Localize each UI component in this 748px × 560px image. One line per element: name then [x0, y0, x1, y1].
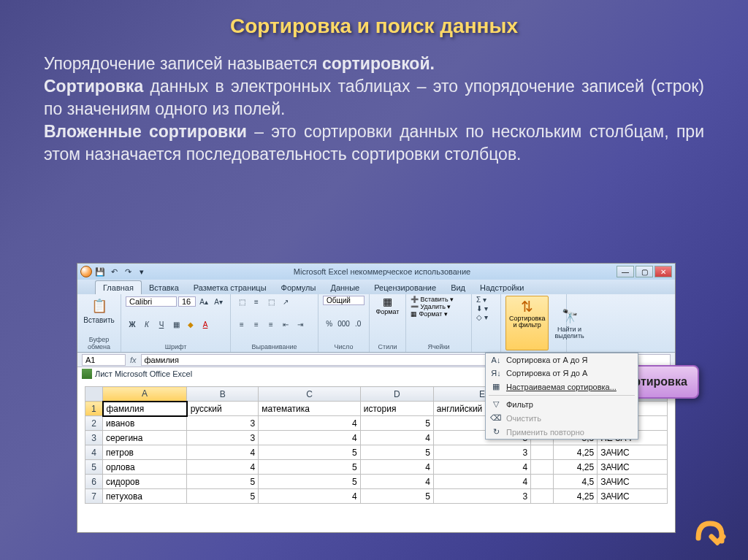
percent-icon[interactable]: % [323, 318, 336, 329]
shrink-font-icon[interactable]: A▾ [212, 296, 225, 307]
cell-A1[interactable]: фамилия [103, 402, 187, 416]
align-left-icon[interactable]: ≡ [235, 319, 248, 331]
dd-custom-sort[interactable]: ▦Настраиваемая сортировка... [486, 380, 638, 394]
underline-button[interactable]: Ч [155, 319, 168, 331]
dd-filter[interactable]: ▽Фильтр [486, 397, 638, 411]
tab-layout[interactable]: Разметка страницы [186, 281, 274, 294]
comma-icon[interactable]: 000 [337, 318, 351, 329]
group-cells: Ячейки [411, 343, 467, 350]
save-icon[interactable]: 💾 [94, 266, 106, 277]
dd-reapply: ↻Применить повторно [486, 425, 638, 439]
cond-format-icon[interactable]: ▦ [383, 296, 392, 307]
row-1-hdr[interactable]: 1 [85, 402, 103, 416]
group-clipboard: Буфер обмена [82, 336, 116, 350]
table-row: 7петухова54534,25ЗАЧИС [85, 489, 668, 504]
find-button[interactable]: 🔭 Найти и выделить [552, 296, 587, 350]
dd-clear: ⌫Очистить [486, 411, 638, 425]
clear-filter-icon: ⌫ [490, 413, 502, 423]
number-format-select[interactable]: Общий [323, 296, 365, 305]
ribbon: 📋 Вставить Буфер обмена Calibri 16 A▴ A▾… [77, 294, 675, 353]
ribbon-tabs: Главная Вставка Разметка страницы Формул… [77, 280, 675, 294]
font-color-icon[interactable]: A [199, 319, 212, 331]
cell-B1[interactable]: русский [187, 402, 259, 416]
clipboard-icon: 📋 [91, 297, 108, 315]
cells-insert-button[interactable]: ➕ Вставить ▾ [411, 296, 467, 303]
group-number: Число [323, 343, 365, 350]
tab-review[interactable]: Рецензирование [367, 281, 443, 294]
maximize-button[interactable]: ▢ [636, 266, 653, 277]
tab-home[interactable]: Главная [95, 280, 142, 294]
align-center-icon[interactable]: ≡ [250, 319, 263, 331]
tab-insert[interactable]: Вставка [142, 281, 186, 294]
col-A[interactable]: A [103, 387, 187, 402]
sort-filter-icon: ⇅ [521, 298, 533, 315]
select-all-corner[interactable] [85, 387, 103, 402]
fill-color-icon[interactable]: ◆ [184, 319, 197, 331]
tab-addins[interactable]: Надстройки [473, 281, 531, 294]
align-mid-icon[interactable]: ≡ [250, 296, 263, 307]
minimize-button[interactable]: — [617, 266, 634, 277]
cell-D1[interactable]: история [360, 402, 433, 416]
font-name-select[interactable]: Calibri [126, 296, 177, 307]
p1a: Упорядочение записей называется [44, 54, 322, 73]
clear-icon[interactable]: ◇ ▾ [476, 313, 496, 321]
cell-C1[interactable]: математика [259, 402, 361, 416]
sort-dropdown: A↓Сортировка от А до Я Я↓Сортировка от Я… [485, 353, 638, 440]
close-button[interactable]: ✕ [654, 266, 672, 277]
indent-inc-icon[interactable]: ⇥ [294, 319, 307, 331]
align-top-icon[interactable]: ⬚ [235, 296, 248, 307]
paste-button[interactable]: 📋 Вставить [82, 296, 116, 326]
inc-dec-icon[interactable]: .0 [352, 318, 365, 329]
workbook-title: Лист Microsoft Office Excel [82, 369, 192, 379]
slide-title: Сортировка и поиск данных [0, 0, 748, 38]
titlebar: 💾 ↶ ↷ ▾ Microsoft Excel некоммерческое и… [77, 264, 675, 280]
italic-button[interactable]: К [140, 319, 153, 331]
border-icon[interactable]: ▦ [169, 319, 183, 331]
redo-icon[interactable]: ↷ [122, 266, 134, 277]
u-turn-arrow-icon [690, 516, 726, 545]
format-label: Формат [376, 308, 400, 315]
tab-formulas[interactable]: Формулы [274, 281, 324, 294]
bold-button[interactable]: Ж [126, 319, 139, 331]
cells-format-button[interactable]: ▦ Формат ▾ [411, 310, 467, 318]
slide-body: Упорядочение записей называется сортиров… [0, 38, 748, 173]
col-B[interactable]: B [187, 387, 259, 402]
back-arrow-button[interactable] [690, 516, 726, 545]
window-title: Microsoft Excel некоммерческое использов… [150, 267, 614, 276]
cells-delete-button[interactable]: ➖ Удалить ▾ [411, 303, 467, 310]
office-orb-icon[interactable] [80, 266, 92, 277]
autosum-icon[interactable]: Σ ▾ [476, 296, 496, 304]
dd-sort-za[interactable]: Я↓Сортировка от Я до А [486, 367, 638, 380]
fx-icon[interactable]: fx [130, 356, 137, 364]
dd-separator [489, 395, 635, 396]
find-label: Найти и выделить [554, 326, 584, 340]
table-row: 5орлова45444,25ЗАЧИС [85, 460, 668, 475]
qat-more-icon[interactable]: ▾ [136, 266, 148, 277]
align-right-icon[interactable]: ≡ [264, 319, 278, 331]
col-C[interactable]: C [259, 387, 361, 402]
undo-icon[interactable]: ↶ [108, 266, 120, 277]
orientation-icon[interactable]: ↗ [279, 296, 292, 307]
sort-filter-label: Сортировка и фильтр [509, 315, 545, 329]
tab-view[interactable]: Вид [443, 281, 473, 294]
binoculars-icon: 🔭 [561, 307, 579, 325]
tab-data[interactable]: Данные [323, 281, 367, 294]
reapply-icon: ↻ [490, 427, 502, 437]
font-size-select[interactable]: 16 [178, 296, 196, 307]
workbook-icon [82, 369, 92, 379]
fill-icon[interactable]: ⬇ ▾ [476, 304, 496, 312]
col-D[interactable]: D [360, 387, 433, 402]
dd-sort-az[interactable]: A↓Сортировка от А до Я [486, 353, 638, 367]
indent-dec-icon[interactable]: ⇤ [279, 319, 292, 331]
sort-filter-button[interactable]: ⇅ Сортировка и фильтр [505, 296, 549, 350]
excel-window: 💾 ↶ ↷ ▾ Microsoft Excel некоммерческое и… [77, 263, 676, 533]
sort-za-icon: Я↓ [490, 369, 502, 377]
align-bot-icon[interactable]: ⬚ [264, 296, 278, 307]
group-align: Выравнивание [235, 343, 313, 350]
table-row: 6сидоров55444,5ЗАЧИС [85, 475, 668, 489]
name-box[interactable]: A1 [82, 354, 126, 366]
grow-font-icon[interactable]: A▴ [197, 296, 210, 307]
group-styles: Стили [374, 343, 401, 350]
paste-label: Вставить [83, 316, 114, 324]
p2a: Сортировка [44, 77, 143, 96]
